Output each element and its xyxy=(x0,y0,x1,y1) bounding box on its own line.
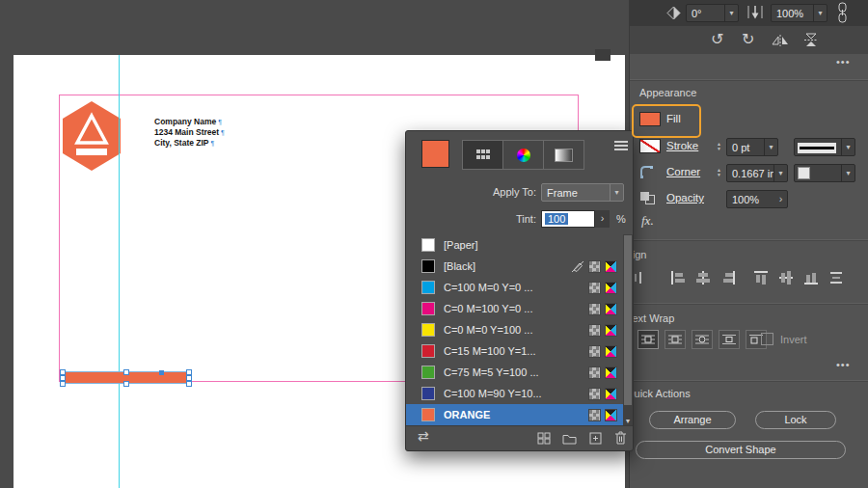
swatch-row[interactable]: [Paper] xyxy=(406,234,623,256)
swatch-color-chip xyxy=(421,323,435,337)
opacity-label[interactable]: Opacity xyxy=(666,192,704,203)
scroll-down-button[interactable]: ▼ xyxy=(623,410,633,425)
stroke-weight-value: 0 pt xyxy=(727,142,764,153)
selection-handle[interactable] xyxy=(123,369,129,375)
wrap-bounding-box-button[interactable] xyxy=(665,330,686,349)
swatch-color-chip xyxy=(421,344,435,358)
non-editable-pen-icon xyxy=(571,260,584,273)
column-guide[interactable] xyxy=(119,55,120,488)
swatch-row[interactable]: C=0 M=100 Y=0 ... xyxy=(406,298,623,319)
stroke-swatch[interactable] xyxy=(639,139,661,153)
stepper-down-icon[interactable]: ▼ xyxy=(717,173,721,177)
convert-shape-button[interactable]: Convert Shape xyxy=(636,441,846,459)
align-left-icon[interactable] xyxy=(670,270,686,285)
jump-object-button[interactable] xyxy=(719,330,740,349)
gradient-icon xyxy=(555,149,573,162)
corner-label[interactable]: Corner xyxy=(666,166,700,177)
swatches-view-button[interactable] xyxy=(462,141,502,169)
align-bottom-icon[interactable] xyxy=(803,270,819,285)
tint-input[interactable]: 100 xyxy=(541,210,595,228)
swatch-list-scrollbar[interactable]: ▼ xyxy=(623,234,633,425)
opacity-value: 100% xyxy=(727,194,774,205)
opacity-select[interactable]: 100% › xyxy=(726,190,788,208)
stroke-weight-stepper[interactable]: ▲ ▼ xyxy=(717,142,721,151)
flip-horizontal-icon[interactable] xyxy=(771,34,790,47)
more-options-icon[interactable]: ••• xyxy=(836,56,851,68)
proxy-icon[interactable] xyxy=(666,6,681,20)
align-top-icon[interactable] xyxy=(753,270,769,285)
no-text-wrap-button[interactable] xyxy=(637,330,659,349)
rotation-angle-value: 0° xyxy=(687,8,724,19)
constrain-link-icon[interactable] xyxy=(834,2,851,24)
new-swatch-icon[interactable] xyxy=(589,432,602,445)
swatch-color-chip xyxy=(421,366,435,379)
corner-style-select[interactable]: ▾ xyxy=(794,164,855,182)
stroke-weight-select[interactable]: 0 pt ▾ xyxy=(726,138,778,156)
swatch-color-chip xyxy=(421,408,435,421)
apply-to-label: Apply To: xyxy=(483,186,536,198)
color-wheel-icon xyxy=(517,149,530,162)
lock-button[interactable]: Lock xyxy=(755,411,836,429)
opacity-icon xyxy=(639,191,656,205)
swatch-row[interactable]: C=15 M=100 Y=1... xyxy=(406,340,623,362)
delete-swatch-icon[interactable] xyxy=(614,431,627,445)
tint-dropdown-button[interactable]: › xyxy=(595,210,610,228)
swatch-color-chip xyxy=(421,387,435,400)
swatch-list: [Paper] [Black] C=100 M=0 Y=0 ... C=0 M=… xyxy=(406,234,623,425)
annotation-highlight xyxy=(632,104,701,138)
selection-handle[interactable] xyxy=(60,381,66,387)
arrange-button[interactable]: Arrange xyxy=(649,411,736,429)
properties-panel: 0° ▾ 100% ▾ ↺ ↻ ••• xyxy=(629,0,868,488)
flip-vertical-icon[interactable] xyxy=(803,32,819,49)
swatch-name: C=0 M=100 Y=0 ... xyxy=(444,303,532,314)
invert-checkbox[interactable] xyxy=(761,333,773,345)
gradient-button[interactable] xyxy=(543,141,583,169)
distribute-vertical-icon[interactable] xyxy=(828,270,844,285)
swatch-type-icon xyxy=(588,345,601,358)
invert-label: Invert xyxy=(780,334,807,345)
chevron-right-icon: › xyxy=(774,191,787,207)
corner-value-stepper[interactable]: ▲ ▼ xyxy=(717,168,721,177)
swatch-row[interactable]: [Black] xyxy=(406,256,623,277)
align-center-vertical-icon[interactable] xyxy=(778,270,794,285)
swatch-row-selected[interactable]: ORANGE xyxy=(406,404,623,425)
text-port[interactable] xyxy=(159,370,164,375)
fx-button[interactable]: fx. xyxy=(641,213,654,229)
swatch-row[interactable]: C=100 M=90 Y=10... xyxy=(406,383,623,404)
selection-handle[interactable] xyxy=(186,381,192,387)
more-options-icon[interactable]: ••• xyxy=(836,359,851,370)
swatch-type-icon xyxy=(588,282,601,294)
swatch-views-icon[interactable]: ⇄ xyxy=(418,428,429,444)
swatch-row[interactable]: C=75 M=5 Y=100 ... xyxy=(406,362,623,383)
selection-handle[interactable] xyxy=(123,381,129,387)
rotate-ccw-icon[interactable]: ↺ xyxy=(711,30,723,48)
scale-value: 100% xyxy=(772,8,813,19)
corner-value-select[interactable]: 0.1667 in ▾ xyxy=(726,164,788,182)
rotation-angle-select[interactable]: 0° ▾ xyxy=(686,4,739,22)
wrap-object-shape-button[interactable] xyxy=(692,330,713,349)
color-mixer-button[interactable] xyxy=(502,141,543,169)
flip-icon[interactable] xyxy=(746,4,765,21)
panel-menu-button[interactable] xyxy=(614,139,628,152)
fill-proxy-swatch[interactable] xyxy=(421,140,449,168)
align-right-icon[interactable] xyxy=(720,270,736,285)
swatch-name: C=100 M=90 Y=10... xyxy=(444,388,542,399)
selected-frame[interactable] xyxy=(62,371,190,384)
panel-mode-tabs xyxy=(462,140,584,170)
scale-select[interactable]: 100% ▾ xyxy=(771,4,827,22)
cmyk-mode-icon xyxy=(605,366,617,379)
apply-to-select[interactable]: Frame ▾ xyxy=(541,183,624,202)
new-color-group-icon[interactable] xyxy=(537,432,552,445)
scrollbar-thumb[interactable] xyxy=(624,235,632,405)
align-center-horizontal-icon[interactable] xyxy=(695,270,711,285)
rotate-cw-icon[interactable]: ↻ xyxy=(742,30,754,48)
stepper-down-icon[interactable]: ▼ xyxy=(717,147,721,151)
stroke-style-select[interactable]: ▾ xyxy=(794,138,855,156)
swatch-row[interactable]: C=100 M=0 Y=0 ... xyxy=(406,277,623,298)
new-folder-icon[interactable] xyxy=(562,433,577,445)
corner-value: 0.1667 in xyxy=(727,168,773,179)
stroke-label[interactable]: Stroke xyxy=(666,140,698,151)
swatches-panel: Apply To: Frame ▾ Tint: 100 › % [Paper] … xyxy=(405,130,634,451)
swatch-row[interactable]: C=0 M=0 Y=100 ... xyxy=(406,319,623,340)
swatch-type-icon xyxy=(588,260,601,273)
